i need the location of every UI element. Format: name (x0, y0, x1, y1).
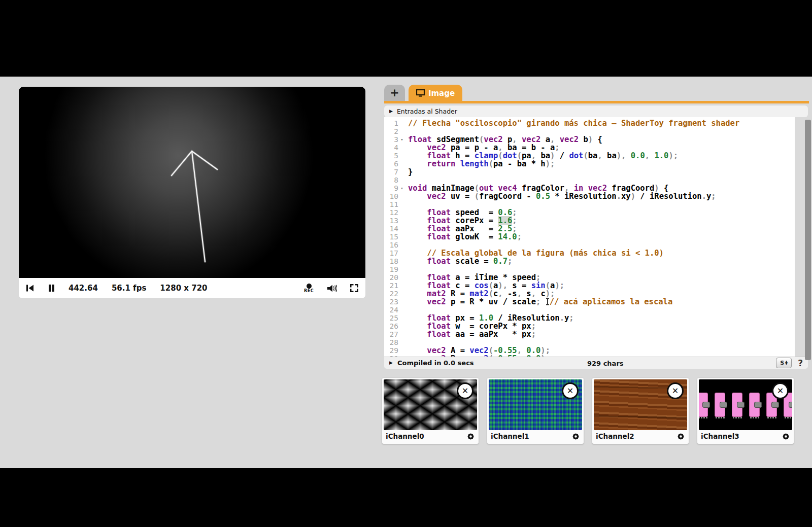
line-number: 22 (384, 290, 398, 298)
text-cursor (546, 298, 550, 305)
top-letterbox (0, 0, 812, 77)
fold-gutter (398, 217, 405, 225)
code-line: 24 (384, 306, 795, 314)
fold-gutter (398, 119, 405, 127)
editor-footer: ▶ Compiled in 0.0 secs 929 chars S ▲▼ ? (384, 357, 808, 369)
fold-arrow-icon[interactable]: ▾ (398, 184, 405, 192)
code-line: 21 float c = cos(a), s = sin(a); (384, 282, 795, 290)
fullscreen-button[interactable] (350, 284, 358, 292)
code-line: 1// Flecha "osciloscopio" girando más ch… (384, 119, 795, 127)
tab-image[interactable]: Image (409, 85, 462, 101)
code-line: 22 mat2 R = mat2(c, -s, s, c); (384, 290, 795, 298)
line-number: 25 (384, 314, 398, 322)
code-line: 29 vec2 A = vec2(-0.55, 0.0); (384, 346, 795, 355)
fold-gutter (398, 176, 405, 184)
stepper-arrows-icon: ▲▼ (785, 361, 788, 365)
line-number: 24 (384, 306, 398, 314)
line-number: 4 (384, 144, 398, 152)
fold-gutter (398, 127, 405, 135)
shader-preview-canvas[interactable] (19, 87, 365, 278)
resolution-readout: 1280 x 720 (160, 284, 207, 293)
line-number: 21 (384, 282, 398, 290)
font-size-stepper[interactable]: S ▲▼ (776, 358, 792, 368)
compile-status-toggle[interactable]: ▶ Compiled in 0.0 secs (389, 359, 474, 367)
fold-gutter (398, 330, 405, 338)
fold-gutter (398, 265, 405, 273)
code-line: 15 float glowK = 14.0; (384, 233, 795, 241)
nyan-cat-sprite (732, 393, 742, 417)
fold-arrow-icon[interactable]: ▾ (398, 135, 405, 144)
code-line: 10 vec2 uv = (fragCoord - 0.5 * iResolut… (384, 192, 795, 200)
code-line: 25 float px = 1.0 / iResolution.y; (384, 314, 795, 322)
code-line: 3▾float sdSegment(vec2 p, vec2 a, vec2 b… (384, 135, 795, 144)
code-line: 8 (384, 176, 795, 184)
shader-inputs-toggle[interactable]: ▶ Entradas al Shader (384, 106, 808, 117)
close-icon[interactable]: ✕ (772, 382, 789, 399)
line-number: 13 (384, 217, 398, 225)
add-tab-button[interactable]: + (384, 85, 405, 101)
line-number: 29 (384, 346, 398, 355)
char-count: 929 chars (587, 360, 624, 367)
speaker-icon (327, 284, 337, 293)
fold-gutter (398, 241, 405, 249)
editor-code: 1// Flecha "osciloscopio" girando más ch… (384, 119, 795, 357)
expand-triangle-icon: ▶ (389, 361, 393, 365)
help-button[interactable]: ? (798, 358, 803, 368)
nyan-cat-sprite (699, 393, 708, 417)
line-number: 6 (384, 160, 398, 168)
line-number: 5 (384, 152, 398, 160)
code-line: 23 vec2 p = R * uv / scale; // acá aplic… (384, 298, 795, 306)
line-number: 9 (384, 184, 398, 192)
line-number: 20 (384, 273, 398, 282)
gear-icon[interactable] (676, 432, 685, 441)
editor-tabs: + Image (384, 85, 462, 101)
channel-card-0: ✕ iChannel0 (382, 378, 479, 444)
restart-button[interactable] (26, 284, 35, 292)
ichannel1-thumbnail[interactable]: ✕ (489, 379, 582, 430)
ichannel3-thumbnail[interactable]: ✕ (699, 379, 792, 430)
code-line: 16 (384, 241, 795, 249)
page-scrollbar-thumb[interactable] (805, 120, 811, 360)
channel-label: iChannel2 (596, 432, 634, 440)
fold-gutter (398, 160, 405, 168)
record-button[interactable]: REC (304, 284, 314, 293)
compile-status: Compiled in 0.0 secs (397, 359, 474, 367)
line-number: 28 (384, 338, 398, 346)
fold-gutter (398, 290, 405, 298)
shader-inputs-label: Entradas al Shader (397, 108, 457, 115)
ichannel2-thumbnail[interactable]: ✕ (594, 379, 687, 430)
code-editor[interactable]: 1// Flecha "osciloscopio" girando más ch… (384, 117, 795, 357)
fold-gutter (398, 200, 405, 208)
line-number: 18 (384, 257, 398, 265)
gear-icon[interactable] (782, 432, 790, 441)
channel-label: iChannel0 (386, 432, 424, 440)
close-icon[interactable]: ✕ (667, 382, 684, 399)
code-line: 9▾void mainImage(out vec4 fragColor, in … (384, 184, 795, 192)
gear-icon[interactable] (571, 432, 580, 441)
line-number: 16 (384, 241, 398, 249)
line-number: 1 (384, 119, 398, 127)
fold-gutter (398, 346, 405, 355)
line-number: 3 (384, 135, 398, 144)
fold-gutter (398, 152, 405, 160)
pause-button[interactable] (48, 284, 55, 292)
channel-slots: ✕ iChannel0 ✕ iChannel1 ✕ (382, 378, 794, 444)
line-number: 26 (384, 322, 398, 330)
close-icon[interactable]: ✕ (562, 382, 579, 399)
fold-gutter (398, 273, 405, 282)
volume-button[interactable] (327, 284, 337, 293)
fold-gutter (398, 314, 405, 322)
line-number: 14 (384, 225, 398, 233)
fold-gutter (398, 249, 405, 257)
close-icon[interactable]: ✕ (457, 382, 473, 399)
code-line: 18 float scale = 0.7; (384, 257, 795, 265)
fullscreen-icon (350, 284, 358, 292)
channel-label: iChannel3 (701, 432, 739, 440)
code-line: 14 float aaPx = 2.5; (384, 225, 795, 233)
gear-icon[interactable] (466, 432, 475, 441)
line-number: 19 (384, 265, 398, 273)
font-size-label: S (780, 360, 784, 366)
ichannel0-thumbnail[interactable]: ✕ (384, 379, 477, 430)
record-dot-icon (307, 284, 312, 289)
code-line: 17 // Escala global de la figura (más ch… (384, 249, 795, 257)
